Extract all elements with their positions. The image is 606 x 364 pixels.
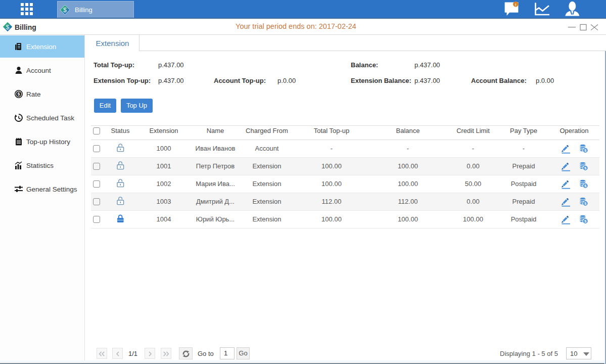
svg-text:$: $ bbox=[17, 92, 20, 97]
svg-text:$: $ bbox=[63, 7, 67, 14]
svg-text:!: ! bbox=[515, 3, 517, 7]
svg-text:$: $ bbox=[584, 166, 587, 170]
svg-text:$: $ bbox=[584, 201, 587, 206]
svg-text:$: $ bbox=[584, 184, 587, 188]
svg-text:$: $ bbox=[584, 148, 587, 153]
svg-text:$: $ bbox=[584, 219, 587, 223]
